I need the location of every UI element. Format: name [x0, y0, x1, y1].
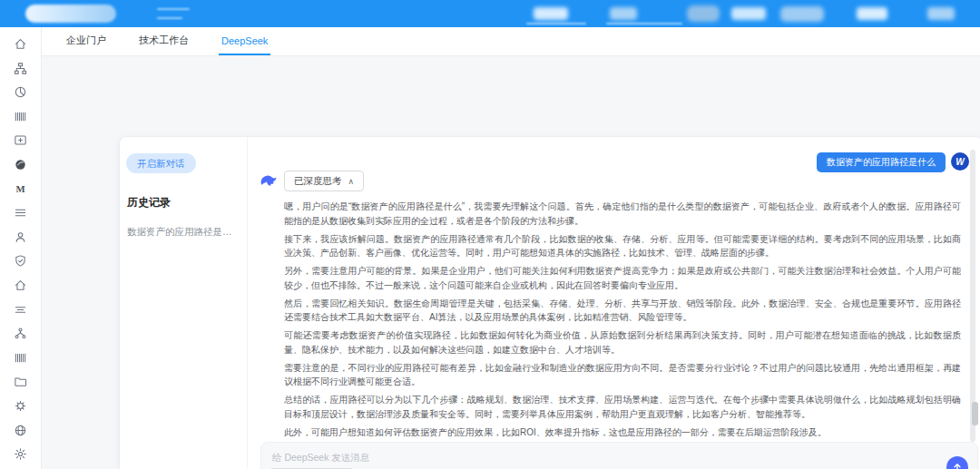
history-title: 历史记录 [127, 195, 171, 210]
deep-thought-label: 已深度思考 [294, 175, 342, 188]
add-card-icon[interactable] [14, 133, 27, 147]
tab-list: 企业门户技术工作台DeepSeek [64, 27, 270, 55]
tab-portal[interactable]: 企业门户 [64, 27, 109, 55]
blurred-nav-underline [606, 23, 682, 24]
history-item[interactable]: 数据资产的应用路径是什么 [124, 222, 242, 242]
app-logo [25, 5, 116, 23]
chevron-up-icon: ∧ [348, 177, 355, 186]
hierarchy-icon[interactable] [14, 327, 27, 340]
blurred-nav-item[interactable] [857, 7, 887, 20]
blurred-nav-underline [526, 23, 586, 24]
home-alt-icon[interactable] [14, 278, 27, 292]
blurred-nav-item[interactable] [610, 7, 637, 20]
blurred-nav-item[interactable] [731, 7, 766, 20]
blurred-nav-item [157, 8, 190, 10]
globe-icon[interactable] [14, 424, 27, 437]
user-avatar: W [951, 152, 969, 171]
send-button[interactable] [946, 456, 968, 469]
settings-icon[interactable] [14, 447, 27, 461]
blurred-nav-item[interactable] [687, 5, 720, 22]
thought-paragraph: 然后，需要回忆相关知识。数据生命周期管理是关键，包括采集、存储、处理、分析、共享… [284, 297, 961, 325]
tab-bar: 企业门户技术工作台DeepSeek [42, 27, 980, 56]
page-scrollbar[interactable] [972, 402, 978, 425]
deepseek-chat-card: 开启新对话 历史记录 数据资产的应用路径是什么 数据资产的应用路径是什么 W 已… [119, 136, 980, 469]
badge-icon[interactable] [14, 399, 27, 413]
history-list: 数据资产的应用路径是什么 [124, 222, 242, 242]
user-message-bubble: 数据资产的应用路径是什么 [817, 152, 946, 172]
chat-main: 数据资产的应用路径是什么 W 已深度思考 ∧ 嗯，用户问的是“数据资产的应用路径… [248, 137, 980, 469]
tab-workbench[interactable]: 技术工作台 [136, 27, 191, 55]
thought-paragraph: 需要注意的是，不同行业的应用路径可能有差异，比如金融行业和制造业的数据应用方向不… [284, 361, 961, 389]
thought-paragraph: 另外，需要注意用户可能的背景。如果是企业用户，他们可能关注如何利用数据资产提高竞… [284, 264, 961, 292]
blurred-nav-item[interactable] [927, 7, 955, 20]
thought-paragraph: 此外，可能用户想知道如何评估数据资产的应用效果，比如ROI、效率提升指标，这也是… [284, 425, 961, 440]
user-icon[interactable] [14, 230, 27, 244]
thought-paragraph: 接下来，我应该拆解问题。数据资产的应用路径通常有几个阶段，比如数据的收集、存储、… [284, 232, 961, 260]
content-background: 开启新对话 历史记录 数据资产的应用路径是什么 数据资产的应用路径是什么 W 已… [42, 56, 980, 469]
org-chart-icon[interactable] [14, 62, 27, 75]
input-placeholder: 给 DeepSeek 发送消息 [272, 452, 369, 464]
shield-icon[interactable] [14, 254, 27, 268]
home-icon[interactable] [14, 37, 27, 51]
deepseek-whale-icon [260, 172, 278, 191]
blurred-nav-item[interactable] [534, 7, 568, 20]
icon-rail: M [0, 27, 42, 469]
layers-icon[interactable] [14, 303, 27, 317]
globe-dark-icon[interactable] [14, 158, 27, 171]
new-chat-button[interactable]: 开启新对话 [126, 153, 196, 173]
message-input-box[interactable]: 给 DeepSeek 发送消息 深度思考(R1) [260, 442, 978, 469]
user-message-row: 数据资产的应用路径是什么 W [817, 152, 969, 172]
barcode-icon[interactable] [14, 110, 27, 123]
chat-sidebar: 开启新对话 历史记录 数据资产的应用路径是什么 [120, 137, 248, 469]
folder-icon[interactable] [14, 375, 27, 388]
send-arrow-icon [951, 461, 964, 469]
svg-text:M: M [15, 183, 24, 194]
pie-chart-icon[interactable] [14, 85, 27, 99]
thought-paragraph: 可能还需要考虑数据资产的价值实现路径，比如数据如何转化为商业价值，从原始数据到分… [284, 328, 961, 357]
assistant-thought-text: 嗯，用户问的是“数据资产的应用路径是什么”，我需要先理解这个问题。首先，确定他们… [284, 200, 961, 441]
thought-paragraph: 总结的话，应用路径可以分为以下几个步骤：战略规划、数据治理、技术支撑、应用场景构… [284, 393, 961, 421]
tab-deepseek[interactable]: DeepSeek [219, 27, 270, 55]
blurred-nav-item [157, 17, 182, 19]
chat-scrollbar[interactable] [970, 150, 975, 442]
list-icon[interactable] [14, 206, 27, 220]
barcode-alt-icon[interactable] [14, 351, 27, 365]
m-letter-icon[interactable]: M [14, 182, 27, 196]
top-nav-bar [0, 0, 980, 27]
deep-thought-toggle[interactable]: 已深度思考 ∧ [284, 171, 364, 191]
thought-paragraph: 嗯，用户问的是“数据资产的应用路径是什么”，我需要先理解这个问题。首先，确定他们… [284, 200, 961, 228]
blurred-nav-item[interactable] [780, 6, 824, 22]
